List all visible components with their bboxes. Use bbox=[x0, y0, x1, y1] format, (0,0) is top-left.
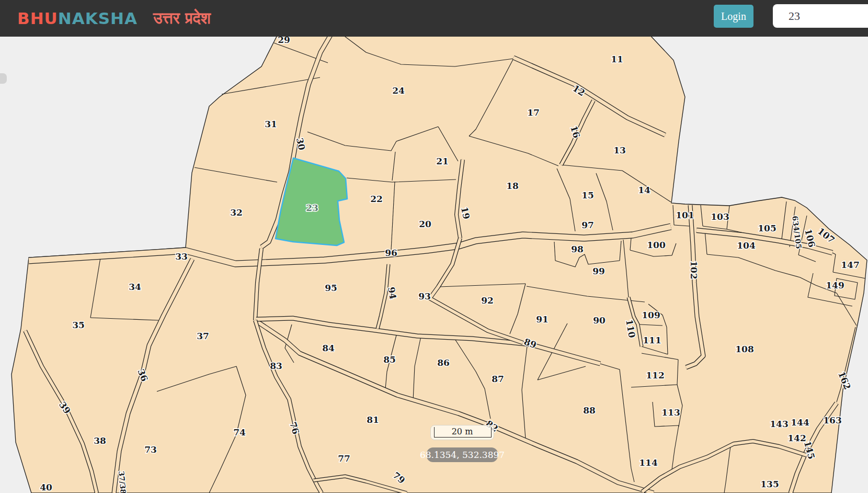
plot-label-109: 109 bbox=[642, 310, 660, 320]
plot-label-93: 93 bbox=[418, 291, 431, 301]
plot-label-15: 15 bbox=[581, 190, 594, 200]
logo-bhu: BHU bbox=[17, 9, 58, 28]
plot-label-92: 92 bbox=[481, 295, 494, 306]
logo-naksha: NAKSHA bbox=[58, 9, 138, 28]
plot-label-90: 90 bbox=[593, 315, 606, 326]
plot-label-40: 40 bbox=[40, 482, 52, 492]
plot-label-14: 14 bbox=[638, 185, 650, 195]
login-button[interactable]: Login bbox=[714, 5, 753, 28]
plot-label-96: 96 bbox=[385, 248, 397, 258]
plot-label-17: 17 bbox=[527, 107, 540, 118]
plot-label-112: 112 bbox=[646, 370, 665, 380]
plot-label-91: 91 bbox=[536, 314, 549, 324]
plot-label-73: 73 bbox=[144, 444, 157, 455]
plot-label-11: 11 bbox=[611, 54, 623, 64]
plot-label-22: 22 bbox=[370, 194, 383, 204]
plot-label-13: 13 bbox=[613, 145, 626, 155]
plot-label-108: 108 bbox=[735, 344, 754, 354]
plot-label-38: 38 bbox=[94, 435, 106, 446]
plot-label-98: 98 bbox=[571, 244, 584, 254]
plot-label-21: 21 bbox=[436, 156, 449, 166]
plot-label-85: 85 bbox=[383, 354, 396, 365]
plot-label-100: 100 bbox=[647, 240, 666, 250]
plot-label-144: 144 bbox=[791, 417, 809, 428]
plot-label-143: 143 bbox=[770, 419, 789, 429]
state-name-text: उत्तर प्रदेश bbox=[153, 9, 211, 28]
plot-label-103: 103 bbox=[711, 211, 729, 222]
plot-label-114: 114 bbox=[639, 457, 658, 468]
plot-label-33: 33 bbox=[175, 251, 188, 262]
scale-bar: 20 m bbox=[430, 425, 494, 440]
plot-label-99: 99 bbox=[592, 266, 605, 276]
plot-label-111: 111 bbox=[643, 335, 661, 345]
map-control-knob[interactable] bbox=[0, 73, 7, 84]
plot-label-34: 34 bbox=[129, 282, 141, 292]
plot-label-83: 83 bbox=[270, 361, 282, 371]
plot-label-87: 87 bbox=[492, 374, 504, 384]
plot-label-113: 113 bbox=[661, 407, 680, 418]
plot-label-84: 84 bbox=[322, 343, 335, 353]
plot-label-18: 18 bbox=[506, 181, 519, 191]
plot-search-input[interactable] bbox=[773, 4, 868, 28]
plot-label-94: 94 bbox=[386, 286, 398, 300]
plot-label-20: 20 bbox=[419, 219, 431, 229]
plot-label-32: 32 bbox=[230, 207, 243, 218]
plot-label-104: 104 bbox=[737, 240, 756, 251]
plot-label-23: 23 bbox=[306, 203, 318, 213]
plot-label-77: 77 bbox=[338, 453, 350, 464]
plot-label-24: 24 bbox=[392, 85, 405, 96]
scale-label: 20 m bbox=[431, 427, 494, 436]
plot-label-135: 135 bbox=[760, 479, 779, 489]
plot-label-149: 149 bbox=[826, 280, 844, 290]
plot-label-74: 74 bbox=[233, 427, 246, 438]
app-logo: BHUNAKSHA bbox=[17, 9, 138, 28]
plot-label-101: 101 bbox=[676, 210, 694, 220]
plot-label-102: 102 bbox=[689, 261, 699, 279]
plot-label-31: 31 bbox=[265, 119, 277, 129]
plot-label-97: 97 bbox=[581, 220, 594, 230]
top-navbar: BHUNAKSHA उत्तर प्रदेश Login bbox=[0, 0, 868, 37]
coordinate-value: 68.1354, 532.3897 bbox=[420, 450, 505, 460]
plot-label-86: 86 bbox=[437, 357, 450, 368]
cadastral-map[interactable]: 2924313021111217161318151422232019323334… bbox=[0, 0, 868, 493]
plot-label-81: 81 bbox=[367, 414, 379, 425]
plot-label-88: 88 bbox=[583, 405, 596, 416]
plot-label-163: 163 bbox=[823, 415, 842, 425]
plot-label-105: 105 bbox=[758, 223, 776, 233]
coordinate-display: 68.1354, 532.3897 bbox=[427, 447, 498, 462]
plot-label-95: 95 bbox=[325, 283, 337, 293]
plot-label-35: 35 bbox=[72, 320, 85, 330]
app-window: 2924313021111217161318151422232019323334… bbox=[0, 0, 868, 493]
plot-label-37: 37 bbox=[197, 331, 209, 341]
plot-label-147: 147 bbox=[841, 260, 860, 270]
